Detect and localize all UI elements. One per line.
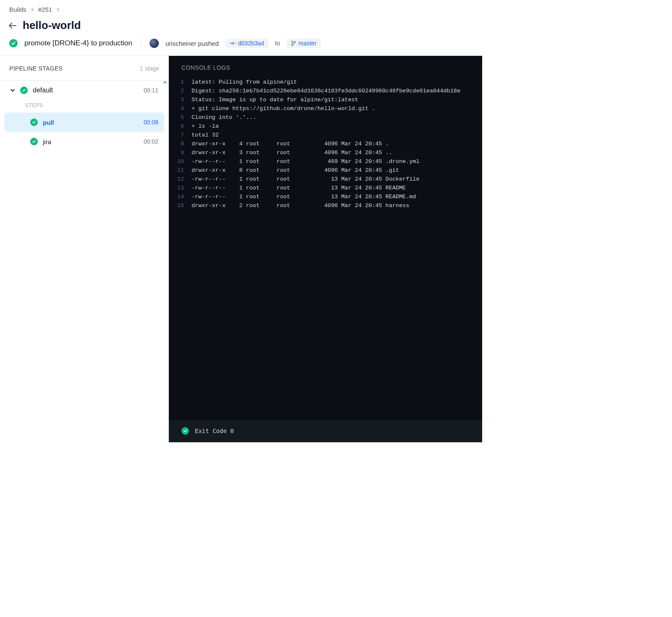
line-number: 9 [177,148,192,157]
log-text: + git clone https://github.com/drone/hel… [192,104,375,113]
line-number: 15 [177,201,192,210]
log-line: 5Cloning into '.'... [177,113,474,122]
scroll-up-icon[interactable] [163,81,167,83]
step-row-jira[interactable]: jira00:02 [0,132,168,151]
line-number: 7 [177,131,192,139]
log-text: Status: Image is up to date for alpine/g… [192,95,358,104]
breadcrumb: Builds #251 [0,0,482,16]
chevron-right-icon [56,8,60,12]
log-line: 6+ ls -la [177,122,474,131]
step-duration: 00:08 [144,119,158,126]
branch-icon [291,40,296,46]
chevron-down-icon [10,89,15,92]
divider [141,39,141,48]
log-text: drwxr-xr-x 4 root root 4096 Mar 24 20:45… [192,139,389,148]
log-line: 9drwxr-xr-x 3 root root 4096 Mar 24 20:4… [177,148,474,157]
stage-row[interactable]: default 00:11 [0,81,168,99]
step-duration: 00:02 [144,138,158,145]
breadcrumb-builds[interactable]: Builds [9,6,26,13]
status-success-icon [20,87,28,94]
stage-duration: 00:11 [144,87,158,94]
svg-point-4 [291,44,293,45]
log-line: 7total 32 [177,131,474,139]
log-line: 12-rw-r--r-- 1 root root 13 Mar 24 20:45… [177,175,474,184]
line-number: 2 [177,87,192,95]
commit-pill[interactable]: d032b3a4 [226,39,268,48]
branch-name: master [299,40,317,47]
step-name: jira [43,138,139,145]
pipeline-stages-heading: PIPELINE STAGES [9,65,63,72]
step-name: pull [43,119,139,126]
log-line: 11drwxr-xr-x 8 root root 4096 Mar 24 20:… [177,166,474,175]
console-body[interactable]: 1latest: Pulling from alpine/git2Digest:… [169,78,482,420]
log-text: -rw-r--r-- 1 root root 13 Mar 24 20:45 R… [192,184,406,192]
step-row-pull[interactable]: pull00:08 [4,113,164,132]
avatar [150,39,159,48]
svg-point-0 [232,42,234,44]
log-text: -rw-r--r-- 1 root root 469 Mar 24 20:45 … [192,157,420,166]
breadcrumb-build-no[interactable]: #251 [38,6,52,13]
status-success-icon [30,118,38,126]
build-message: promote [DRONE-4} to production [24,39,132,47]
log-text: drwxr-xr-x 8 root root 4096 Mar 24 20:45… [192,166,399,175]
to-label: to [275,40,280,47]
status-success-icon [30,138,38,145]
log-line: 15drwxr-xr-x 2 root root 4096 Mar 24 20:… [177,201,474,210]
stage-name: default [33,87,139,94]
console-panel: CONSOLE LOGS 1latest: Pulling from alpin… [169,56,482,442]
log-line: 3Status: Image is up to date for alpine/… [177,95,474,104]
log-text: -rw-r--r-- 1 root root 13 Mar 24 20:45 D… [192,175,420,184]
steps-label: STEPS [0,99,168,113]
log-text: -rw-r--r-- 1 root root 13 Mar 24 20:45 R… [192,192,416,201]
line-number: 4 [177,104,192,113]
console-heading: CONSOLE LOGS [169,56,482,78]
log-text: + ls -la [192,122,219,131]
line-number: 6 [177,122,192,131]
branch-pill[interactable]: master [287,39,321,48]
line-number: 14 [177,192,192,201]
status-success-icon [181,427,189,435]
line-number: 5 [177,113,192,122]
line-number: 10 [177,157,192,166]
exit-code: Exit Code 0 [195,428,234,434]
log-text: Digest: sha256:1eb7b41cd5226ebe64d1636c4… [192,87,460,95]
svg-point-5 [294,41,295,42]
line-number: 11 [177,166,192,175]
commit-icon [230,41,236,45]
log-line: 1latest: Pulling from alpine/git [177,78,474,87]
log-text: latest: Pulling from alpine/git [192,78,297,87]
log-line: 14-rw-r--r-- 1 root root 13 Mar 24 20:45… [177,192,474,201]
stage-count: 1 stage [140,65,159,72]
line-number: 12 [177,175,192,184]
back-arrow-icon[interactable] [8,21,17,30]
log-line: 10-rw-r--r-- 1 root root 469 Mar 24 20:4… [177,157,474,166]
console-footer: Exit Code 0 [169,420,482,442]
page-title: hello-world [23,19,81,32]
log-line: 8drwxr-xr-x 4 root root 4096 Mar 24 20:4… [177,139,474,148]
pipeline-sidebar: PIPELINE STAGES 1 stage default 00:11 ST… [0,56,169,442]
log-line: 4+ git clone https://github.com/drone/he… [177,104,474,113]
log-text: drwxr-xr-x 3 root root 4096 Mar 24 20:45… [192,148,392,157]
line-number: 13 [177,184,192,192]
line-number: 8 [177,139,192,148]
chevron-right-icon [31,8,34,12]
commit-sha: d032b3a4 [238,40,264,47]
log-line: 13-rw-r--r-- 1 root root 13 Mar 24 20:45… [177,184,474,192]
svg-point-3 [291,41,293,42]
line-number: 1 [177,78,192,87]
log-text: drwxr-xr-x 2 root root 4096 Mar 24 20:45… [192,201,409,210]
log-text: total 32 [192,131,219,139]
status-success-icon [9,39,18,47]
line-number: 3 [177,95,192,104]
log-text: Cloning into '.'... [192,113,256,122]
build-summary: promote [DRONE-4} to production urischei… [0,37,482,56]
push-text: urischeiner pushed [165,40,219,47]
log-line: 2Digest: sha256:1eb7b41cd5226ebe64d1636c… [177,87,474,95]
